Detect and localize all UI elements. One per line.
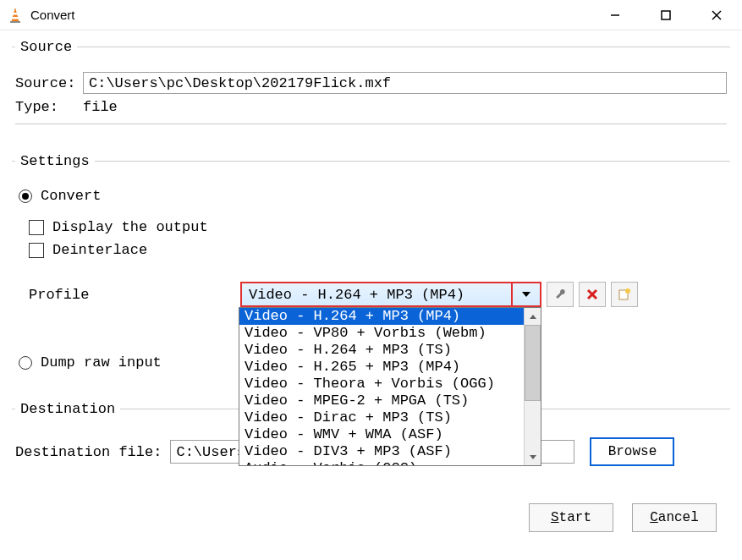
source-input[interactable] (83, 72, 727, 94)
display-output-label: Display the output (52, 219, 208, 235)
source-legend: Source (15, 39, 77, 55)
button-bar: Start Cancel (0, 498, 742, 537)
new-profile-icon (618, 288, 631, 301)
type-value: file (83, 99, 118, 115)
settings-legend: Settings (15, 153, 95, 169)
svg-rect-5 (662, 11, 670, 19)
delete-profile-button[interactable] (579, 282, 606, 307)
scroll-down-icon[interactable] (525, 448, 541, 465)
scroll-up-icon[interactable] (525, 308, 541, 325)
dump-radio-label: Dump raw input (41, 354, 162, 371)
maximize-button[interactable] (640, 0, 691, 30)
svg-marker-10 (530, 455, 536, 459)
convert-radio[interactable] (19, 189, 32, 203)
chevron-down-icon[interactable] (511, 283, 540, 305)
svg-rect-1 (13, 13, 18, 15)
source-label: Source: (15, 75, 83, 91)
window-title: Convert (30, 8, 590, 22)
minimize-button[interactable] (590, 0, 640, 30)
vlc-icon (7, 7, 24, 24)
destination-label: Destination file: (15, 444, 162, 460)
edit-profile-button[interactable] (547, 282, 574, 307)
wrench-icon (553, 288, 567, 301)
profile-option[interactable]: Video - H.265 + MP3 (MP4) (239, 359, 541, 376)
start-button[interactable]: Start (529, 503, 613, 532)
svg-marker-9 (530, 315, 536, 319)
deinterlace-label: Deinterlace (52, 242, 147, 258)
profile-option[interactable]: Video - H.264 + MP3 (TS) (239, 342, 541, 359)
profile-option[interactable]: Video - WMV + WMA (ASF) (239, 426, 541, 443)
settings-group: Settings Convert Display the output Dein… (12, 153, 730, 384)
dropdown-scrollbar[interactable] (524, 308, 541, 465)
delete-icon (586, 288, 598, 300)
destination-legend: Destination (15, 401, 120, 417)
deinterlace-checkbox[interactable] (29, 243, 44, 258)
scroll-thumb[interactable] (525, 325, 541, 401)
svg-rect-3 (10, 21, 20, 23)
profile-selected-text: Video - H.264 + MP3 (MP4) (242, 287, 511, 303)
source-group: Source Source: Type: file (12, 39, 730, 136)
close-button[interactable] (691, 0, 742, 30)
display-output-checkbox[interactable] (29, 220, 44, 235)
profile-option[interactable]: Video - VP80 + Vorbis (Webm) (239, 325, 541, 342)
profile-option[interactable]: Video - H.264 + MP3 (MP4) (239, 308, 541, 325)
type-label: Type: (15, 99, 83, 115)
profile-option[interactable]: Video - Theora + Vorbis (OGG) (239, 376, 541, 393)
new-profile-button[interactable] (611, 282, 638, 307)
profile-combobox[interactable]: Video - H.264 + MP3 (MP4) (240, 282, 541, 307)
profile-label: Profile (29, 287, 240, 303)
profile-option[interactable]: Audio - Vorbis (OGG) (239, 460, 541, 465)
convert-radio-row[interactable]: Convert (19, 188, 727, 204)
svg-rect-2 (12, 17, 19, 19)
display-output-row[interactable]: Display the output (29, 219, 727, 235)
cancel-button[interactable]: Cancel (632, 503, 717, 532)
dump-radio[interactable] (19, 356, 32, 370)
profile-dropdown: Video - H.264 + MP3 (MP4) Video - VP80 +… (239, 307, 541, 466)
profile-option[interactable]: Video - MPEG-2 + MPGA (TS) (239, 393, 541, 409)
svg-marker-8 (522, 292, 530, 297)
deinterlace-row[interactable]: Deinterlace (29, 242, 727, 258)
convert-radio-label: Convert (41, 188, 101, 204)
profile-option[interactable]: Video - DIV3 + MP3 (ASF) (239, 443, 541, 460)
svg-point-14 (625, 288, 630, 294)
titlebar: Convert (0, 0, 742, 30)
profile-option[interactable]: Video - Dirac + MP3 (TS) (239, 409, 541, 426)
browse-button[interactable]: Browse (590, 437, 674, 466)
